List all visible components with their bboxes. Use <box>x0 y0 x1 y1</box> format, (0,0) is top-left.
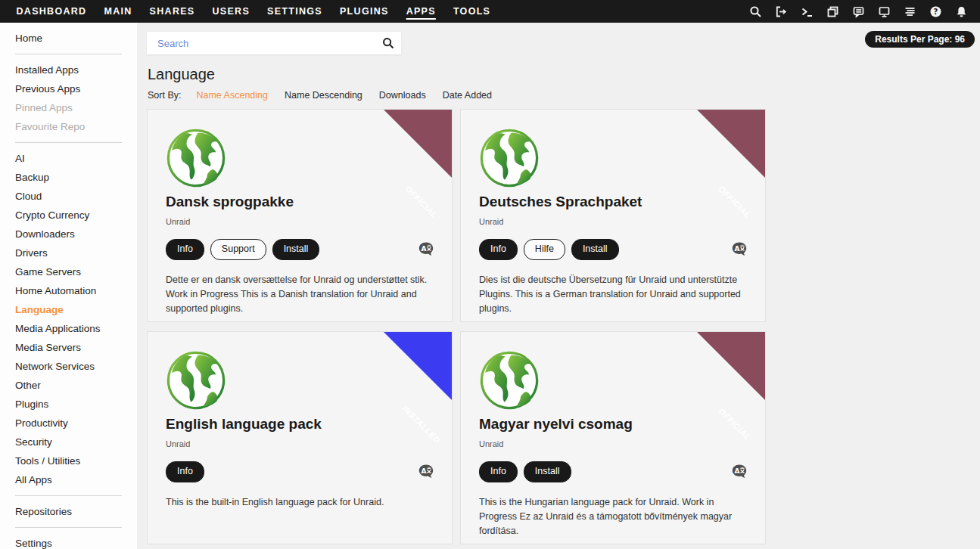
sidebar-item-all-apps[interactable]: All Apps <box>0 470 137 489</box>
official-ribbon: OFFICIAL <box>697 332 765 400</box>
sidebar-item-home-automation[interactable]: Home Automation <box>0 281 137 300</box>
apps-content-area: Results Per Page: 96 Language Sort By: N… <box>137 23 980 549</box>
app-card-grid: OFFICIAL Dansk sprogpakke Unraid Info Su… <box>147 109 980 544</box>
category-sidebar: Home Installed Apps Previous Apps Pinned… <box>0 23 137 549</box>
monitor-icon[interactable] <box>871 0 897 23</box>
svg-text:A: A <box>421 245 426 253</box>
sidebar-item-settings[interactable]: Settings <box>0 534 137 549</box>
terminal-icon[interactable] <box>794 0 820 23</box>
installed-ribbon: INSTALLED <box>384 332 452 400</box>
nav-item-plugins[interactable]: PLUGINS <box>340 0 389 23</box>
svg-text:A: A <box>421 467 426 475</box>
sidebar-item-media-servers[interactable]: Media Servers <box>0 338 137 357</box>
support-button[interactable]: Hilfe <box>524 239 565 260</box>
sort-bar: Sort By: Name Ascending Name Descending … <box>148 90 980 101</box>
install-button[interactable]: Install <box>571 239 619 260</box>
sidebar-item-backup[interactable]: Backup <box>0 168 137 187</box>
sidebar-item-crypto-currency[interactable]: Crypto Currency <box>0 206 137 225</box>
sidebar-divider <box>15 527 122 528</box>
sidebar-item-favourite-repo[interactable]: Favourite Repo <box>0 117 137 136</box>
svg-text:A: A <box>734 467 739 475</box>
sort-option-downloads[interactable]: Downloads <box>379 90 426 101</box>
sidebar-item-pinned-apps[interactable]: Pinned Apps <box>0 98 137 117</box>
app-title[interactable]: English language pack <box>166 416 437 433</box>
app-title[interactable]: Dansk sprogpakke <box>166 194 437 210</box>
app-card-magyar-nyelvi-csomag: OFFICIAL Magyar nyelvi csomag Unraid Inf… <box>460 331 766 544</box>
translate-icon: A <box>732 464 748 479</box>
sort-option-name-descending[interactable]: Name Descending <box>285 90 362 101</box>
info-button[interactable]: Info <box>166 239 204 260</box>
app-author: Unraid <box>479 217 750 226</box>
app-card-english-language-pack: INSTALLED English language pack Unraid I… <box>147 331 453 544</box>
logout-icon[interactable] <box>768 0 794 23</box>
sidebar-item-plugins[interactable]: Plugins <box>0 395 137 414</box>
sidebar-item-network-services[interactable]: Network Services <box>0 357 137 376</box>
sidebar-item-security[interactable]: Security <box>0 433 137 451</box>
sidebar-item-downloaders[interactable]: Downloaders <box>0 225 137 243</box>
nav-item-settings[interactable]: SETTINGS <box>267 0 322 23</box>
sort-option-date-added[interactable]: Date Added <box>443 90 492 101</box>
info-button[interactable]: Info <box>479 461 518 482</box>
app-title[interactable]: Magyar nyelvi csomag <box>479 416 750 433</box>
support-button[interactable]: Support <box>210 239 266 260</box>
notifications-bell-icon[interactable] <box>948 0 974 23</box>
feedback-icon[interactable] <box>845 0 871 23</box>
app-description: This is the built-in English language pa… <box>166 495 437 510</box>
app-title[interactable]: Deutsches Sprachpaket <box>479 194 750 210</box>
app-card-deutsches-sprachpaket: OFFICIAL Deutsches Sprachpaket Unraid In… <box>460 109 766 322</box>
svg-text:A: A <box>734 245 739 253</box>
sidebar-item-cloud[interactable]: Cloud <box>0 187 137 206</box>
search-input[interactable] <box>147 38 375 49</box>
sidebar-item-media-applications[interactable]: Media Applications <box>0 319 137 338</box>
sidebar-item-repositories[interactable]: Repositories <box>0 502 137 521</box>
nav-item-main[interactable]: MAIN <box>104 0 132 23</box>
sidebar-item-drivers[interactable]: Drivers <box>0 243 137 262</box>
nav-item-shares[interactable]: SHARES <box>150 0 195 23</box>
official-ribbon: OFFICIAL <box>384 110 452 178</box>
nav-item-dashboard[interactable]: DASHBOARD <box>17 0 87 23</box>
search-box <box>147 32 401 54</box>
sidebar-item-home[interactable]: Home <box>0 29 137 48</box>
app-author: Unraid <box>166 439 437 448</box>
nav-item-users[interactable]: USERS <box>213 0 250 23</box>
app-description: Dette er en dansk oversættelse for Unrai… <box>166 273 437 317</box>
app-description: This is the Hungarian language pack for … <box>479 495 750 539</box>
results-per-page-badge[interactable]: Results Per Page: 96 <box>865 31 975 48</box>
sidebar-item-game-servers[interactable]: Game Servers <box>0 262 137 281</box>
sidebar-divider <box>15 142 122 143</box>
main-menu: DASHBOARD MAIN SHARES USERS SETTINGS PLU… <box>0 0 499 23</box>
sort-option-name-ascending[interactable]: Name Ascending <box>196 90 268 101</box>
search-submit-icon[interactable] <box>375 37 401 49</box>
translate-icon: A <box>732 242 748 256</box>
copy-icon[interactable] <box>820 0 845 23</box>
search-icon[interactable] <box>742 0 768 23</box>
nav-icon-group: ? <box>742 0 980 23</box>
nav-item-apps[interactable]: APPS <box>406 0 436 23</box>
install-button[interactable]: Install <box>524 461 571 482</box>
top-navigation-bar: DASHBOARD MAIN SHARES USERS SETTINGS PLU… <box>0 0 980 23</box>
translate-icon: A <box>418 242 434 256</box>
sidebar-item-productivity[interactable]: Productivity <box>0 414 137 433</box>
install-button[interactable]: Install <box>272 239 320 260</box>
info-button[interactable]: Info <box>479 239 518 260</box>
sidebar-item-tools-utilities[interactable]: Tools / Utilities <box>0 451 137 470</box>
sidebar-divider <box>15 54 122 54</box>
sort-by-label: Sort By: <box>148 90 181 101</box>
info-button[interactable]: Info <box>166 461 204 482</box>
translate-icon: A <box>418 464 434 479</box>
page-title: Language <box>148 66 980 83</box>
nav-item-tools[interactable]: TOOLS <box>453 0 490 23</box>
sidebar-item-language[interactable]: Language <box>0 300 137 319</box>
app-author: Unraid <box>166 217 437 226</box>
app-card-dansk-sprogpakke: OFFICIAL Dansk sprogpakke Unraid Info Su… <box>147 109 453 322</box>
sidebar-item-previous-apps[interactable]: Previous Apps <box>0 79 137 98</box>
sidebar-item-other[interactable]: Other <box>0 376 137 395</box>
sidebar-divider <box>15 495 122 496</box>
help-icon[interactable]: ? <box>922 0 948 23</box>
svg-text:?: ? <box>933 8 938 16</box>
app-description: Dies ist die deutsche Übersetzung für Un… <box>479 273 750 317</box>
app-author: Unraid <box>479 439 750 448</box>
log-icon[interactable] <box>897 0 922 23</box>
sidebar-item-ai[interactable]: AI <box>0 149 137 168</box>
sidebar-item-installed-apps[interactable]: Installed Apps <box>0 60 137 79</box>
